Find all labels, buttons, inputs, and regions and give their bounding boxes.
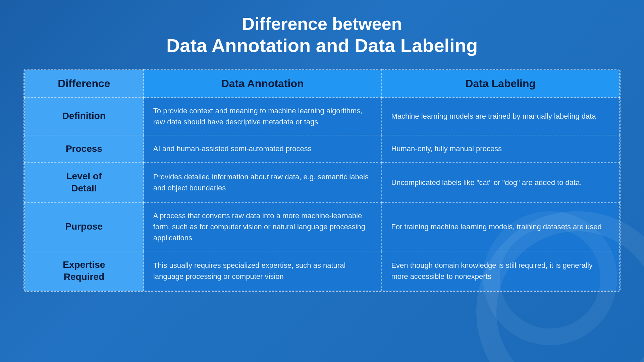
row-annotation-value-2: Provides detailed information about raw …: [153, 173, 369, 192]
table-row: Level ofDetailProvides detailed informat…: [24, 163, 620, 202]
header-col-annotation: Data Annotation: [144, 70, 382, 98]
row-annotation-1: AI and human-assisted semi-automated pro…: [144, 135, 382, 163]
row-annotation-value-1: AI and human-assisted semi-automated pro…: [153, 144, 312, 153]
row-annotation-2: Provides detailed information about raw …: [144, 163, 382, 202]
header-label-labeling: Data Labeling: [465, 77, 536, 89]
table-header-row: Difference Data Annotation Data Labeling: [24, 70, 620, 98]
header-col-labeling: Data Labeling: [381, 70, 620, 98]
row-label-cell-1: Process: [24, 135, 144, 163]
row-labeling-value-1: Human-only, fully manual process: [391, 144, 502, 153]
row-annotation-value-0: To provide context and meaning to machin…: [153, 107, 363, 126]
row-labeling-value-0: Machine learning models are trained by m…: [391, 112, 596, 120]
row-labeling-value-3: For training machine learning models, tr…: [391, 223, 601, 231]
row-labeling-3: For training machine learning models, tr…: [381, 202, 620, 251]
row-annotation-3: A process that converts raw data into a …: [144, 202, 382, 251]
table-row: ExpertiseRequiredThis usually requires s…: [24, 251, 620, 291]
row-annotation-value-3: A process that converts raw data into a …: [153, 212, 365, 242]
row-labeling-value-4: Even though domain knowledge is still re…: [391, 261, 592, 281]
table-row: DefinitionTo provide context and meaning…: [24, 98, 620, 135]
row-labeling-2: Uncomplicated labels like "cat" or "dog"…: [381, 163, 620, 202]
row-label-cell-4: ExpertiseRequired: [24, 251, 144, 291]
row-labeling-4: Even though domain knowledge is still re…: [381, 251, 620, 291]
row-annotation-value-4: This usually requires specialized expert…: [153, 261, 346, 281]
table-row: PurposeA process that converts raw data …: [24, 202, 620, 251]
row-annotation-0: To provide context and meaning to machin…: [144, 98, 382, 135]
comparison-table-container: Difference Data Annotation Data Labeling…: [23, 69, 621, 292]
row-label-cell-0: Definition: [24, 98, 144, 135]
row-labeling-value-2: Uncomplicated labels like "cat" or "dog"…: [391, 178, 582, 187]
row-annotation-4: This usually requires specialized expert…: [144, 251, 382, 291]
row-labeling-0: Machine learning models are trained by m…: [381, 98, 620, 135]
title-line2: Data Annotation and Data Labeling: [166, 34, 478, 57]
header-label-annotation: Data Annotation: [221, 77, 304, 89]
header-col-difference: Difference: [24, 70, 144, 98]
title-line1: Difference between: [166, 13, 478, 34]
row-label-cell-3: Purpose: [24, 202, 144, 251]
row-label-3: Purpose: [65, 221, 103, 232]
header-label-difference: Difference: [58, 77, 110, 89]
table-row: ProcessAI and human-assisted semi-automa…: [24, 135, 620, 163]
comparison-table: Difference Data Annotation Data Labeling…: [24, 69, 620, 291]
row-label-cell-2: Level ofDetail: [24, 163, 144, 202]
row-label-1: Process: [66, 143, 102, 154]
row-label-0: Definition: [62, 111, 106, 121]
row-label-2: Level ofDetail: [66, 171, 102, 193]
row-label-4: ExpertiseRequired: [63, 259, 105, 282]
row-labeling-1: Human-only, fully manual process: [381, 135, 620, 163]
page-title: Difference between Data Annotation and D…: [166, 13, 478, 57]
